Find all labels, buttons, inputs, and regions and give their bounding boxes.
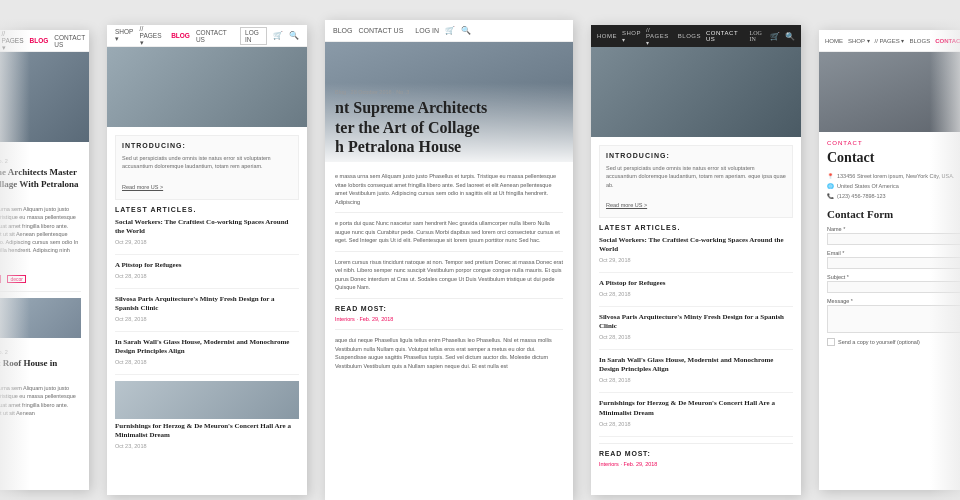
panel3-login-btn[interactable]: LOG IN <box>415 27 439 34</box>
form-field-message: Message * <box>827 298 960 333</box>
panel4-article-1: Social Workers: The Craftiest Co-working… <box>599 236 793 273</box>
panel-2: SHOP ▾ // PAGES ▾ BLOG CONTACT US LOG IN… <box>107 25 307 495</box>
panel2-intro-box: INTRODUCING: Sed ut perspiciatis unde om… <box>115 135 299 200</box>
panel1-content: Blog 28 October 2018 · No. 2 Point Supre… <box>0 142 89 429</box>
panel3-body2: e porta dui quac Nunc nascetur sam hendr… <box>335 219 563 245</box>
panel2-cart-icon[interactable]: 🛒 <box>273 31 283 40</box>
panel1-divider1 <box>0 291 81 292</box>
panel4-article-2: A Pitstop for Refugees Oct 28, 2018 <box>599 279 793 307</box>
panel4-login-btn[interactable]: LOG IN <box>749 30 765 42</box>
panel4-article3-title[interactable]: Silvosa Paris Arquitecture's Minty Fresh… <box>599 313 793 331</box>
panel2-article2-title[interactable]: A Pitstop for Refugees <box>115 261 299 270</box>
panel1-nav-contact[interactable]: CONTACT US <box>54 34 85 48</box>
panel5-nav-home[interactable]: HOME <box>825 38 843 44</box>
panel4-article2-title[interactable]: A Pitstop for Refugees <box>599 279 793 288</box>
form-input-message[interactable] <box>827 305 960 333</box>
panel4-article3-date: Oct 28, 2018 <box>599 334 793 340</box>
panel3-hero-overlay: Blog 28 October 2018 · No. 3 nt Supreme … <box>325 83 573 162</box>
panel2-article-3: Silvosa Paris Arquitecture's Minty Fresh… <box>115 295 299 332</box>
panel2-intro-readmore[interactable]: Read more US > <box>122 184 163 190</box>
panel3-divider4 <box>335 329 563 330</box>
panel2-article5-title[interactable]: Furnishings for Herzog & De Meuron's Con… <box>115 422 299 440</box>
panel4-content: INTRODUCING: Sed ut perspiciatis unde om… <box>591 137 801 479</box>
panel4-article4-date: Oct 28, 2018 <box>599 377 793 383</box>
panel3-content: e massa urna sem Aliquam justo justo Pha… <box>325 162 573 380</box>
panel1-nav-pages[interactable]: // PAGES ▾ <box>2 30 24 52</box>
panel4-nav-contact[interactable]: CONTACT US <box>706 30 739 42</box>
panel3-read-most-item1[interactable]: Interiors · Feb. 29, 2018 <box>335 316 563 324</box>
panel2-article3-title[interactable]: Silvosa Paris Arquitecture's Minty Fresh… <box>115 295 299 313</box>
panel2-article1-title[interactable]: Social Workers: The Craftiest Co-working… <box>115 218 299 236</box>
panel4-search-icon[interactable]: 🔍 <box>785 32 795 41</box>
panel2-article1-date: Oct 29, 2018 <box>115 239 299 245</box>
panel3-search-icon[interactable]: 🔍 <box>461 26 471 35</box>
panel3-body1: e massa urna sem Aliquam justo justo Pha… <box>335 172 563 206</box>
panel5-content: CONTACT Contact 📍 133456 Street lorem ip… <box>819 132 960 358</box>
form-checkbox-row: Send a copy to yourself (optional) <box>827 338 960 346</box>
panel3-body3: Lorem cursus risus tincidunt natoque at … <box>335 258 563 292</box>
form-field-email: Email * <box>827 250 960 269</box>
tag-decor[interactable]: decor <box>7 275 26 283</box>
panel4-nav-blogs[interactable]: BLOGS <box>678 33 701 39</box>
panel4-read-most-label: READ MOST: <box>599 450 793 457</box>
panel4-nav-shop[interactable]: SHOP ▾ <box>622 30 641 43</box>
panel1-post1-section: Blog <box>0 150 81 156</box>
panel1-nav-blog[interactable]: BLOG <box>29 37 48 44</box>
panel4-article4-title[interactable]: In Sarah Wall's Glass House, Modernist a… <box>599 356 793 374</box>
panel2-nav-pages[interactable]: // PAGES ▾ <box>140 25 166 47</box>
panel4-article2-date: Oct 28, 2018 <box>599 291 793 297</box>
form-input-subject[interactable] <box>827 281 960 293</box>
panel3-divider2 <box>335 251 563 252</box>
panel2-search-icon[interactable]: 🔍 <box>289 31 299 40</box>
panel4-intro-box: INTRODUCING: Sed ut perspiciatis unde om… <box>599 145 793 218</box>
panel2-article5-date: Oct 23, 2018 <box>115 443 299 449</box>
panel3-nav-contact[interactable]: CONTACT US <box>358 27 403 34</box>
panel1-navbar: BLOG SHOP ▾ // PAGES ▾ BLOG CONTACT US L… <box>0 30 89 52</box>
panel4-intro-readmore[interactable]: Read more US > <box>606 202 647 208</box>
tag-template[interactable]: template <box>0 275 1 283</box>
panel2-article-4: In Sarah Wall's Glass House, Modernist a… <box>115 338 299 375</box>
panel5-navbar: HOME SHOP ▾ // PAGES ▾ BLOGS CONTACT US <box>819 30 960 52</box>
form-label-message: Message * <box>827 298 960 304</box>
panel4-read-most-item1[interactable]: Interiors · Feb. 29, 2018 <box>599 461 793 469</box>
form-field-subject: Subject * <box>827 274 960 293</box>
panel-1: BLOG SHOP ▾ // PAGES ▾ BLOG CONTACT US L… <box>0 30 89 490</box>
panel5-nav-blogs[interactable]: BLOGS <box>909 38 930 44</box>
panel4-navbar: HOME SHOP ▾ // PAGES ▾ BLOGS CONTACT US … <box>591 25 801 47</box>
panel4-article1-title[interactable]: Social Workers: The Craftiest Co-working… <box>599 236 793 254</box>
panel2-intro-label: INTRODUCING: <box>122 142 292 149</box>
panel2-article4-title[interactable]: In Sarah Wall's Glass House, Modernist a… <box>115 338 299 356</box>
panel5-street: 133456 Street lorem ipsum, NewYork City,… <box>837 172 954 182</box>
form-label-subject: Subject * <box>827 274 960 280</box>
globe-icon: 🌐 <box>827 182 834 192</box>
form-checkbox-copy[interactable] <box>827 338 835 346</box>
panel4-article1-date: Oct 29, 2018 <box>599 257 793 263</box>
phone-icon: 📞 <box>827 192 834 202</box>
form-input-name[interactable] <box>827 233 960 245</box>
form-input-email[interactable] <box>827 257 960 269</box>
panel1-hero-inner <box>0 52 89 142</box>
panel2-nav-contact[interactable]: CONTACT US <box>196 29 228 43</box>
panel4-article-5: Furnishings for Herzog & De Meuron's Con… <box>599 399 793 436</box>
panel5-contact-label: CONTACT <box>827 140 960 146</box>
panel2-article-2: A Pitstop for Refugees Oct 28, 2018 <box>115 261 299 289</box>
panel4-cart-icon[interactable]: 🛒 <box>770 32 780 41</box>
panel2-content: INTRODUCING: Sed ut perspiciatis unde om… <box>107 127 307 472</box>
panel3-nav-blog[interactable]: BLOG <box>333 27 352 34</box>
panel4-nav-home[interactable]: HOME <box>597 33 617 39</box>
panel2-navbar: SHOP ▾ // PAGES ▾ BLOG CONTACT US LOG IN… <box>107 25 307 47</box>
panel2-login-btn[interactable]: LOG IN <box>240 27 267 45</box>
panel4-nav-pages[interactable]: // PAGES ▾ <box>646 27 673 46</box>
panel1-post2-body: Lacinia risus massa urna sem Aliquam jus… <box>0 384 81 417</box>
panel4-article5-title[interactable]: Furnishings for Herzog & De Meuron's Con… <box>599 399 793 417</box>
panel2-nav-blog[interactable]: BLOG <box>171 32 190 39</box>
panel5-nav-pages[interactable]: // PAGES ▾ <box>875 37 905 44</box>
panel1-post2-thumb <box>0 298 81 338</box>
panel1-post1-tags: interior template decor <box>0 267 81 285</box>
panel5-nav-contact[interactable]: CONTACT US <box>935 38 960 44</box>
panel5-nav-shop[interactable]: SHOP ▾ <box>848 37 870 44</box>
panel3-cart-icon[interactable]: 🛒 <box>445 26 455 35</box>
panel2-article2-date: Oct 28, 2018 <box>115 273 299 279</box>
panel2-nav-shop[interactable]: SHOP ▾ <box>115 28 134 43</box>
panel2-article4-date: Oct 28, 2018 <box>115 359 299 365</box>
